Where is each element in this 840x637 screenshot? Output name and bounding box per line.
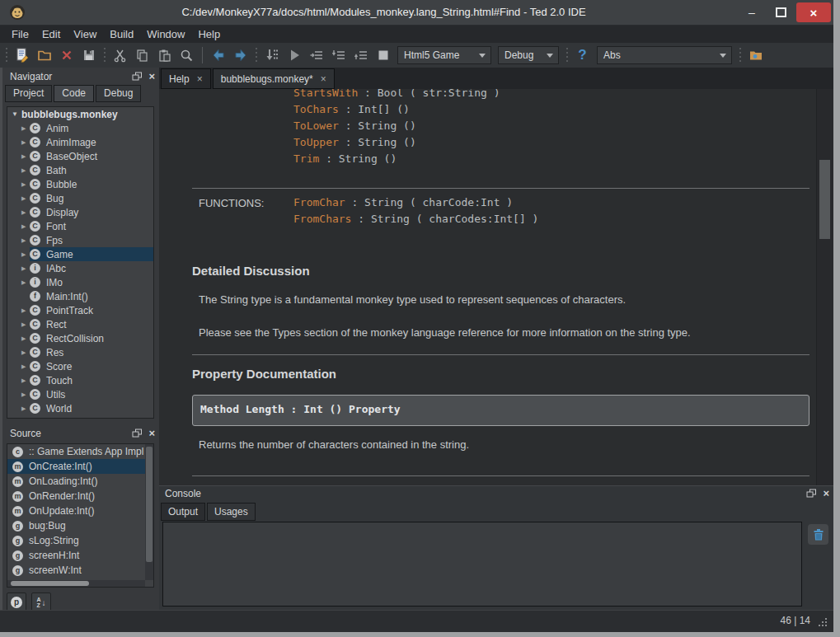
menu-help[interactable]: Help <box>191 26 227 43</box>
close-window-button[interactable]: × <box>796 2 831 22</box>
step-out-button[interactable] <box>350 45 372 65</box>
tree-root[interactable]: ▼ bubblebugs.monkey <box>7 107 153 121</box>
tree-item-selected[interactable]: ▶CGame <box>7 247 153 261</box>
menu-view[interactable]: View <box>67 26 103 43</box>
tab-help[interactable]: Help × <box>161 68 211 89</box>
expand-arrow-icon[interactable]: ▶ <box>21 335 30 342</box>
float-panel-icon[interactable] <box>806 489 817 499</box>
expand-arrow-icon[interactable]: ▶ <box>21 223 30 230</box>
tab-usages[interactable]: Usages <box>207 503 256 521</box>
tree-item[interactable]: ▶CFps <box>7 233 153 247</box>
update-code-button[interactable] <box>260 45 283 65</box>
scrollbar-thumb[interactable] <box>819 160 830 239</box>
tree-item[interactable]: ▶CTouch <box>7 373 153 387</box>
tree-item[interactable]: fMain:Int() <box>7 289 153 303</box>
list-item[interactable]: c:: Game Extends App Impl <box>7 444 153 459</box>
console-output[interactable] <box>162 522 802 607</box>
expand-arrow-icon[interactable]: ▶ <box>21 251 30 258</box>
close-panel-icon[interactable]: × <box>823 488 829 499</box>
step-into-button[interactable] <box>327 45 350 65</box>
build-config-combo[interactable]: Debug <box>498 46 559 64</box>
list-item[interactable]: mOnRender:Int() <box>7 489 153 504</box>
tree-item[interactable]: ▶CBaseObject <box>7 149 153 163</box>
scrollbar-thumb[interactable] <box>11 581 89 586</box>
horizontal-scrollbar[interactable] <box>7 580 145 587</box>
list-item[interactable]: gbug:Bug <box>7 518 153 533</box>
expand-arrow-icon[interactable]: ▶ <box>21 405 30 412</box>
expand-arrow-icon[interactable]: ▶ <box>21 209 30 216</box>
tab-output[interactable]: Output <box>161 503 205 521</box>
run-button[interactable] <box>283 45 305 65</box>
quick-help-button[interactable]: ? <box>571 45 594 65</box>
expand-arrow-icon[interactable]: ▶ <box>21 153 30 160</box>
expand-arrow-icon[interactable]: ▶ <box>21 195 30 202</box>
expand-arrow-icon[interactable]: ▶ <box>21 265 30 272</box>
expand-arrow-icon[interactable]: ▶ <box>21 279 30 286</box>
find-help-combo[interactable]: Abs <box>597 46 732 64</box>
expand-arrow-icon[interactable]: ▶ <box>21 363 30 370</box>
tree-item[interactable]: ▶CRectCollision <box>7 331 153 345</box>
tree-item[interactable]: ▶CScore <box>7 359 153 373</box>
collapse-arrow-icon[interactable]: ▼ <box>12 110 21 118</box>
tab-code[interactable]: Code <box>54 85 94 102</box>
tree-item[interactable]: ▶CWorld <box>7 401 153 415</box>
tree-item[interactable]: ▶CDisplay <box>7 205 153 219</box>
vertical-scrollbar[interactable] <box>816 89 833 485</box>
float-panel-icon[interactable] <box>132 429 143 438</box>
help-document[interactable]: StartsWith : Bool ( str:String ) ToChars… <box>159 89 833 485</box>
lock-project-button[interactable] <box>744 45 767 65</box>
list-item-selected[interactable]: mOnCreate:Int() <box>7 459 153 474</box>
tree-item[interactable]: ▶iIAbc <box>7 261 153 275</box>
expand-arrow-icon[interactable]: ▶ <box>21 377 30 384</box>
tree-item[interactable]: ▶CAnim <box>7 121 153 135</box>
copy-button[interactable] <box>131 45 153 65</box>
list-item[interactable]: gsLog:String <box>7 533 153 548</box>
expand-arrow-icon[interactable]: ▶ <box>21 181 30 188</box>
build-target-combo[interactable]: Html5 Game <box>397 46 491 64</box>
list-item[interactable]: mOnLoading:Int() <box>7 474 153 489</box>
save-file-button[interactable] <box>77 45 100 65</box>
resize-grip[interactable] <box>817 616 828 627</box>
list-item[interactable]: gscreenW:Int <box>7 563 153 578</box>
tree-item[interactable]: ▶CRect <box>7 317 153 331</box>
maximize-button[interactable] <box>767 2 794 22</box>
clear-console-button[interactable] <box>808 524 828 545</box>
find-button[interactable] <box>176 45 198 65</box>
forward-button[interactable] <box>229 45 251 65</box>
tree-item[interactable]: ▶CAnimImage <box>7 135 153 149</box>
cut-button[interactable] <box>109 45 131 65</box>
vertical-scrollbar[interactable] <box>145 444 153 580</box>
expand-arrow-icon[interactable]: ▶ <box>21 391 30 398</box>
paste-button[interactable] <box>153 45 176 65</box>
close-panel-icon[interactable]: × <box>148 71 155 82</box>
expand-arrow-icon[interactable]: ▶ <box>21 237 30 244</box>
close-tab-icon[interactable]: × <box>321 73 326 85</box>
tree-item[interactable]: ▶CBath <box>7 163 153 177</box>
tree-item[interactable]: ▶iIMo <box>7 275 153 289</box>
list-item[interactable]: mOnUpdate:Int() <box>7 504 153 518</box>
float-panel-icon[interactable] <box>132 72 143 82</box>
menu-edit[interactable]: Edit <box>35 26 67 43</box>
back-button[interactable] <box>207 45 229 65</box>
expand-arrow-icon[interactable]: ▶ <box>21 321 30 328</box>
tab-project[interactable]: Project <box>5 85 52 102</box>
tree-item[interactable]: ▶CPointTrack <box>7 303 153 317</box>
tree-item[interactable]: ▶CRes <box>7 345 153 359</box>
step-over-button[interactable] <box>305 45 327 65</box>
scrollbar-thumb[interactable] <box>146 447 153 562</box>
tree-item[interactable]: ▶CBug <box>7 191 153 205</box>
close-panel-icon[interactable]: × <box>148 428 155 439</box>
tab-bubblebugs-monkey[interactable]: bubblebugs.monkey* × <box>213 68 335 89</box>
tree-item[interactable]: ▶CUtils <box>7 387 153 401</box>
expand-arrow-icon[interactable]: ▶ <box>21 307 30 314</box>
tab-debug[interactable]: Debug <box>96 85 141 102</box>
expand-arrow-icon[interactable]: ▶ <box>21 167 30 174</box>
expand-arrow-icon[interactable]: ▶ <box>21 125 30 132</box>
tree-item[interactable]: ▶CBubble <box>7 177 153 191</box>
expand-arrow-icon[interactable]: ▶ <box>21 139 30 146</box>
close-file-button[interactable] <box>55 45 77 65</box>
list-item[interactable]: gscreenH:Int <box>7 548 153 563</box>
close-tab-icon[interactable]: × <box>197 73 203 85</box>
stop-button[interactable] <box>372 45 394 65</box>
menu-window[interactable]: Window <box>140 26 191 43</box>
